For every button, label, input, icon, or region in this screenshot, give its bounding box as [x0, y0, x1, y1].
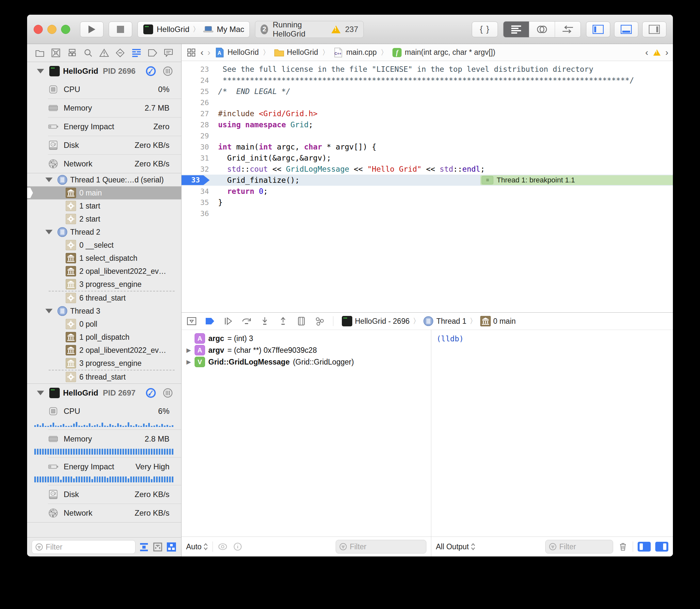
zoom-window-button[interactable]: [61, 25, 70, 34]
stack-frame-row[interactable]: 1 start: [27, 199, 181, 212]
stack-frame-row[interactable]: 0 __select: [27, 239, 181, 251]
show-variables-view-button[interactable]: [638, 542, 651, 552]
console-scope-popup[interactable]: All Output: [436, 542, 475, 551]
thread-row[interactable]: Thread 1 Queue:…d (serial): [27, 173, 181, 186]
next-issue-button[interactable]: ›: [665, 48, 668, 57]
code-line[interactable]: 33 Grid_finalize();≡ Thread 1: breakpoin…: [182, 175, 673, 186]
minimize-window-button[interactable]: [47, 25, 56, 34]
clear-console-button[interactable]: [618, 541, 628, 552]
navigator-tab-debug[interactable]: [131, 47, 142, 58]
filter-paused-frames-button[interactable]: [139, 542, 149, 552]
disclosure-triangle-icon[interactable]: [37, 391, 44, 395]
variable-row[interactable]: ▶ A argv = (char **) 0x7ffee9039c28: [182, 344, 431, 356]
navigator-tab-project[interactable]: [34, 47, 45, 58]
breakpoints-toggle-button[interactable]: [205, 316, 215, 326]
navigator-tab-tests[interactable]: [115, 47, 126, 58]
stop-button[interactable]: [109, 21, 132, 37]
stack-frame-row[interactable]: 3 progress_engine: [27, 357, 181, 370]
step-out-button[interactable]: [278, 316, 288, 326]
code-line[interactable]: 26: [182, 97, 673, 108]
view-mode-button[interactable]: [166, 542, 177, 552]
variable-row[interactable]: ▶ V Grid::GridLogMessage (Grid::GridLogg…: [182, 356, 431, 368]
disclosure-triangle-icon[interactable]: [45, 177, 53, 182]
gauge-row-memory[interactable]: Memory 2.8 MB: [27, 430, 181, 455]
navigator-tab-symbols[interactable]: [67, 47, 78, 58]
thread-row[interactable]: Thread 2: [27, 226, 181, 239]
variable-row[interactable]: A argc = (int) 3: [182, 333, 431, 344]
assistant-editor-button[interactable]: [529, 21, 555, 37]
gauge-row-network[interactable]: Network Zero KB/s: [27, 155, 181, 173]
navigator-tab-search[interactable]: [83, 47, 94, 58]
line-number[interactable]: 31: [182, 154, 209, 162]
code-line[interactable]: 35}: [182, 197, 673, 208]
code-line[interactable]: 27#include <Grid/Grid.h>: [182, 108, 673, 119]
disclosure-triangle-icon[interactable]: ▶: [186, 358, 191, 366]
close-window-button[interactable]: [34, 25, 43, 34]
toggle-inspector-button[interactable]: [642, 21, 666, 37]
line-number[interactable]: 34: [182, 187, 209, 195]
line-number[interactable]: 25: [182, 87, 209, 95]
step-over-button[interactable]: [242, 316, 251, 326]
line-number[interactable]: 36: [182, 210, 209, 218]
console-view[interactable]: (lldb): [431, 330, 673, 537]
hide-debug-area-button[interactable]: [187, 316, 197, 326]
go-back-button[interactable]: ‹: [201, 48, 203, 57]
gauge-row-memory[interactable]: Memory 2.7 MB: [27, 99, 181, 117]
navigator-tab-reports[interactable]: [163, 47, 174, 58]
code-line[interactable]: 29: [182, 130, 673, 141]
go-forward-button[interactable]: ›: [207, 48, 210, 57]
disclosure-triangle-icon[interactable]: [45, 309, 53, 313]
scheme-selector[interactable]: HelloGrid 〉 My Mac: [137, 21, 250, 37]
debug-breadcrumb-item[interactable]: Thread 1: [423, 316, 466, 326]
gauge-row-network[interactable]: Network Zero KB/s: [27, 504, 181, 522]
debug-breadcrumb-item[interactable]: 0 main: [480, 316, 516, 326]
stack-frame-row[interactable]: 2 opal_libevent2022_ev…: [27, 344, 181, 357]
profile-gauge-button[interactable]: [145, 387, 156, 399]
code-line[interactable]: 36: [182, 208, 673, 219]
quick-look-button[interactable]: [218, 541, 228, 552]
code-line[interactable]: 30int main(int argc, char * argv[]) {: [182, 141, 673, 152]
gauge-row-cpu[interactable]: CPU 6%: [27, 402, 181, 427]
process-row[interactable]: HelloGrid PID 2697: [27, 384, 181, 402]
toggle-debug-area-button[interactable]: [614, 21, 638, 37]
gauge-row-cpu[interactable]: CPU 0%: [27, 80, 181, 99]
gauge-row-disk[interactable]: Disk Zero KB/s: [27, 136, 181, 154]
variables-filter-field[interactable]: Filter: [336, 540, 426, 554]
breakpoint-gutter[interactable]: 33: [182, 175, 209, 185]
code-line[interactable]: 31 Grid_init(&argc,&argv);: [182, 152, 673, 163]
jumpbar-item[interactable]: C++main.cpp: [333, 47, 376, 58]
navigator-filter-field[interactable]: Filter: [32, 540, 136, 554]
code-review-button[interactable]: { }: [472, 21, 498, 37]
code-line[interactable]: 24 *************************************…: [182, 75, 673, 86]
thread-view-button[interactable]: [162, 66, 173, 77]
related-items-icon[interactable]: [186, 47, 197, 58]
toggle-navigator-button[interactable]: [586, 21, 610, 37]
stack-frame-row[interactable]: 3 progress_engine: [27, 278, 181, 291]
stack-frame-row[interactable]: 6 thread_start: [27, 292, 181, 304]
code-line[interactable]: 23 See the full license in the file "LIC…: [182, 64, 673, 75]
disclosure-triangle-icon[interactable]: ▶: [186, 347, 191, 354]
breakpoint-annotation[interactable]: ≡ Thread 1: breakpoint 1.1: [480, 175, 673, 185]
console-filter-field[interactable]: Filter: [545, 540, 613, 554]
gauge-row-disk[interactable]: Disk Zero KB/s: [27, 485, 181, 504]
show-console-view-button[interactable]: [655, 542, 668, 552]
line-number[interactable]: 28: [182, 121, 209, 129]
line-number[interactable]: 27: [182, 110, 209, 118]
disclosure-triangle-icon[interactable]: [45, 230, 53, 234]
gauge-row-energy-impact[interactable]: Energy Impact Zero: [27, 118, 181, 136]
code-line[interactable]: 34 return 0;: [182, 186, 673, 197]
stack-frame-row[interactable]: 1 poll_dispatch: [27, 331, 181, 344]
stack-frame-row[interactable]: 0 main: [27, 186, 181, 199]
version-editor-button[interactable]: [555, 21, 581, 37]
stack-frame-row[interactable]: 2 start: [27, 212, 181, 226]
navigator-tab-source-control[interactable]: [50, 47, 62, 58]
navigator-tab-issues[interactable]: [99, 47, 110, 58]
navigator-tab-breakpoints[interactable]: [147, 47, 158, 58]
source-editor[interactable]: 23 See the full license in the file "LIC…: [182, 61, 673, 312]
continue-button[interactable]: [223, 316, 233, 326]
breakpoint-marker[interactable]: 33: [182, 175, 210, 185]
stack-frame-row[interactable]: 6 thread_start: [27, 370, 181, 383]
stack-frame-row[interactable]: 0 poll: [27, 317, 181, 331]
view-hierarchy-button[interactable]: [296, 316, 306, 326]
stack-frame-row[interactable]: 2 opal_libevent2022_ev…: [27, 265, 181, 278]
